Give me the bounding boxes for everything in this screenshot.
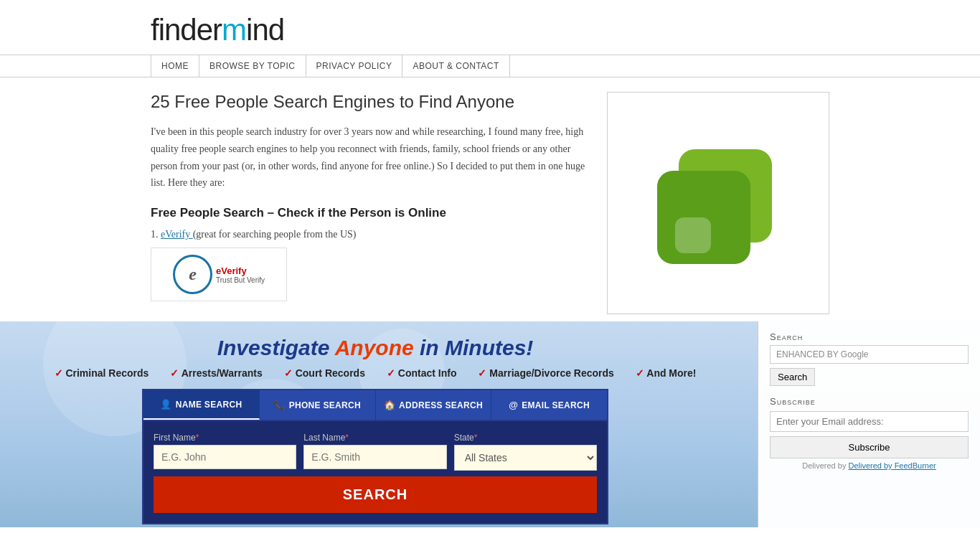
nav-browse[interactable]: BROWSE BY TOPIC — [199, 55, 306, 77]
sidebar-box — [607, 92, 829, 314]
everify-logo: e eVerify Trust But Verify — [151, 248, 287, 301]
tab-phone-search[interactable]: 📞 PHONE SEARCH — [260, 390, 376, 420]
subscribe-button[interactable]: Subscribe — [770, 436, 969, 458]
sidebar — [607, 92, 829, 314]
banner-title: Investigate Anyone in Minutes! — [14, 336, 736, 360]
banner-checks: Criminal Records Arrests/Warrants Court … — [14, 367, 736, 379]
person-icon: 👤 — [160, 399, 171, 410]
main-wrap: 25 Free People Search Engines to Find An… — [0, 77, 980, 314]
at-icon: @ — [509, 400, 518, 410]
check-court: Court Records — [284, 367, 365, 379]
article-body: I've been in this people search industry… — [151, 123, 585, 192]
first-name-field-wrap: First Name* — [154, 433, 296, 476]
tab-email-search[interactable]: @ EMAIL SEARCH — [491, 390, 607, 420]
house-icon: 🏠 — [384, 400, 395, 410]
google-enhanced-label: ENHANCED BY Google — [776, 349, 869, 359]
content-area: 25 Free People Search Engines to Find An… — [151, 92, 585, 314]
header: findermind — [0, 0, 980, 55]
site-logo: findermind — [151, 13, 958, 47]
subscribe-title: Subscribe — [770, 396, 969, 407]
main-nav: HOME BROWSE BY TOPIC PRIVACY POLICY ABOU… — [0, 55, 980, 77]
email-input[interactable] — [770, 411, 969, 432]
check-more: And More! — [636, 367, 697, 379]
last-name-input[interactable] — [303, 445, 446, 469]
nav-about[interactable]: ABOUT & CONTACT — [402, 55, 509, 77]
people-search-widget: 👤 NAME SEARCH 📞 PHONE SEARCH 🏠 ADDRESS S… — [142, 389, 608, 524]
people-search-form: First Name* Last Name* State* — [143, 421, 607, 523]
section-title: Free People Search – Check if the Person… — [151, 206, 585, 220]
search-widget-title: Search — [770, 331, 969, 342]
state-select[interactable]: All States AlabamaAlaskaArizona Californ… — [454, 445, 597, 471]
google-search-bar: ENHANCED BY Google — [770, 345, 969, 364]
logo-m: m — [222, 13, 246, 47]
tab-name-search[interactable]: 👤 NAME SEARCH — [143, 390, 260, 420]
people-search-tabs: 👤 NAME SEARCH 📞 PHONE SEARCH 🏠 ADDRESS S… — [143, 390, 607, 421]
green-logo-image — [643, 128, 793, 278]
state-label: State* — [454, 433, 597, 443]
everify-circle-logo: e — [173, 255, 212, 294]
article-title: 25 Free People Search Engines to Find An… — [151, 92, 585, 112]
feedburner-link[interactable]: Delivered by FeedBurner — [848, 461, 936, 470]
ps-fields-row: First Name* Last Name* State* — [154, 433, 597, 476]
google-search-button[interactable]: Search — [770, 368, 815, 386]
last-name-field-wrap: Last Name* — [303, 433, 446, 476]
check-marriage: Marriage/Divorce Records — [478, 367, 613, 379]
search-subscribe-widget: Search ENHANCED BY Google Search Subscri… — [758, 321, 980, 527]
check-contact: Contact Info — [387, 367, 457, 379]
state-field-wrap: State* All States AlabamaAlaskaArizona C… — [454, 433, 597, 476]
check-criminal: Criminal Records — [55, 367, 149, 379]
nav-privacy[interactable]: PRIVACY POLICY — [306, 55, 403, 77]
logo-text-after: ind — [246, 13, 284, 47]
gl-front-layer — [657, 171, 750, 264]
gl-shine — [675, 217, 711, 253]
feedburner-text: Delivered by Delivered by FeedBurner — [770, 461, 969, 470]
nav-home[interactable]: HOME — [151, 55, 199, 77]
check-arrests: Arrests/Warrants — [170, 367, 262, 379]
people-search-button[interactable]: SEARCH — [154, 476, 597, 513]
last-name-label: Last Name* — [303, 433, 446, 443]
first-name-input[interactable] — [154, 445, 296, 469]
phone-icon: 📞 — [273, 400, 285, 410]
first-name-label: First Name* — [154, 433, 296, 443]
logo-text-before: finder — [151, 13, 222, 47]
list-item: 1. eVerify (great for searching people f… — [151, 229, 585, 240]
banner-section: Investigate Anyone in Minutes! Criminal … — [0, 321, 980, 527]
tab-address-search[interactable]: 🏠 ADDRESS SEARCH — [376, 390, 492, 420]
everify-link[interactable]: eVerify — [161, 229, 193, 240]
